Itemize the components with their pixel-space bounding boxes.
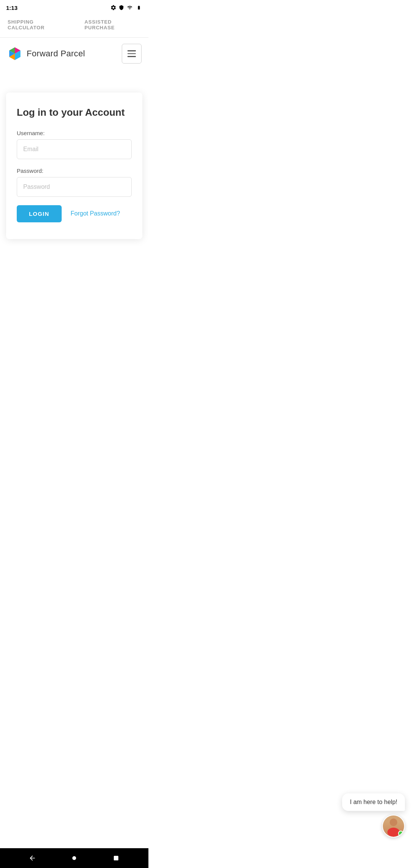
spacer (0, 70, 148, 93)
settings-icon (110, 5, 116, 11)
password-label: Password: (17, 168, 132, 174)
logo-area: Forward Parcel (7, 46, 85, 62)
email-input[interactable] (17, 139, 132, 159)
menu-line-3 (127, 56, 136, 57)
menu-line-2 (127, 53, 136, 54)
login-title: Log in to your Account (17, 106, 132, 119)
menu-line-1 (127, 50, 136, 51)
tab-shipping-calculator[interactable]: SHIPPING CALCULATOR (8, 19, 69, 32)
password-field-group: Password: (17, 168, 132, 197)
menu-button[interactable] (122, 44, 142, 64)
actions-row: LOGIN Forgot Password? (17, 205, 132, 222)
logo-text: Forward Parcel (27, 49, 85, 59)
status-icons (110, 5, 142, 11)
status-time: 1:13 (6, 5, 18, 11)
wifi-icon (126, 5, 133, 10)
username-field-group: Username: (17, 130, 132, 159)
logo-icon (7, 46, 23, 62)
username-label: Username: (17, 130, 132, 136)
password-input[interactable] (17, 177, 132, 197)
battery-icon (135, 5, 142, 10)
forgot-password-link[interactable]: Forgot Password? (71, 210, 120, 217)
login-card: Log in to your Account Username: Passwor… (6, 93, 142, 239)
header: Forward Parcel (0, 38, 148, 70)
top-tabs: SHIPPING CALCULATOR ASSISTED PURCHASE (0, 14, 148, 38)
status-bar: 1:13 (0, 0, 148, 14)
shield-icon (119, 5, 124, 11)
tab-assisted-purchase[interactable]: ASSISTED PURCHASE (84, 19, 141, 32)
login-button[interactable]: LOGIN (17, 205, 62, 222)
